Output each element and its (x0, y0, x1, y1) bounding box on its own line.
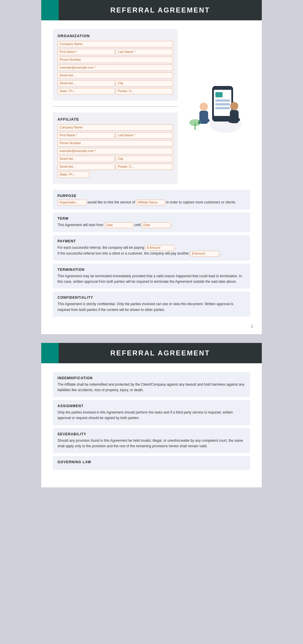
assignment-title: ASSIGNMENT (57, 404, 246, 408)
page-2-content: INDEMNIFICATION The Affiliate shall be i… (41, 363, 262, 487)
aff-street2-postal-row: Street Ad... Postal / Z... (57, 164, 173, 170)
payment-section: PAYMENT For each successful referral, th… (53, 235, 250, 261)
org-name-row: First Name * Last Name * (57, 49, 173, 55)
purpose-text-after: in order to capture more customers or cl… (166, 200, 236, 204)
page-1: REFERRAL AGREEMENT ORGANIZATION Company … (41, 0, 262, 334)
svg-rect-6 (215, 107, 230, 109)
term-text: This Agreement will start from Date unti… (57, 222, 246, 228)
purpose-text: Organizatio... would like to hire the se… (57, 200, 246, 205)
severability-text: Should any provision found in this Agree… (57, 438, 246, 449)
header-accent (41, 0, 59, 20)
affiliate-label: AFFILIATE (57, 117, 173, 121)
org-company-row: Company Name (57, 41, 173, 47)
org-company-input[interactable]: Company Name (57, 41, 173, 47)
aff-email-row: example@example.com * (57, 148, 173, 154)
payment-text3: . (220, 251, 221, 255)
governing-law-title: GOVERNING LAW (57, 460, 246, 464)
page-2-header-accent (41, 343, 59, 363)
org-street2-city-row: Street Ad... City (57, 80, 173, 87)
org-state-input[interactable]: State / Pr... (57, 88, 115, 94)
org-city-input[interactable]: City (116, 80, 173, 87)
aff-state-row: State / Pr... (57, 171, 173, 178)
svg-point-11 (230, 102, 238, 110)
aff-postal-input[interactable]: Postal / Z... (116, 164, 173, 170)
page-2-title: REFERRAL AGREEMENT (59, 343, 262, 363)
payment-title: PAYMENT (57, 239, 246, 243)
page-1-header: REFERRAL AGREEMENT (41, 0, 262, 20)
term-section: TERM This Agreement will start from Date… (53, 212, 250, 232)
aff-phone-input[interactable]: Phone Number (57, 140, 173, 146)
aff-company-input[interactable]: Company Name (57, 124, 173, 131)
aff-state-input[interactable]: State / Pr... (57, 171, 89, 178)
org-street1-row: Street Ad... (57, 72, 173, 79)
assignment-text: Only the parties involved in this Agreem… (57, 410, 246, 421)
org-state-postal-row: State / Pr... Postal / Z... (57, 88, 173, 94)
org-street1-input[interactable]: Street Ad... (57, 72, 173, 79)
term-text3: . (172, 223, 172, 227)
org-affiliate-row: ORGANIZATION Company Name First Name * L… (53, 29, 250, 184)
term-date2-input[interactable]: Date (142, 222, 171, 228)
purpose-text-middle1: would like to hire the service of (87, 200, 135, 204)
org-label: ORGANIZATION (57, 34, 173, 38)
indemnification-section: INDEMNIFICATION The Affiliate shall be i… (53, 372, 250, 397)
affiliate-section: AFFILIATE Company Name First Name * Last… (53, 112, 178, 184)
aff-street1-input[interactable]: Street Ad... (57, 156, 115, 162)
org-postal-input[interactable]: Postal / Z... (116, 88, 173, 94)
term-text1: This Agreement will start from (57, 223, 103, 227)
aff-last-name-input[interactable]: Last Name * (116, 132, 173, 139)
organization-section: ORGANIZATION Company Name First Name * L… (53, 29, 178, 101)
termination-text: This Agreement may be terminated immedia… (57, 273, 246, 285)
org-email-input[interactable]: example@example.com * (57, 65, 173, 71)
indemnification-title: INDEMNIFICATION (57, 376, 246, 380)
org-phone-input[interactable]: Phone Number (57, 57, 173, 63)
termination-title: TERMINATION (57, 268, 246, 272)
page-2: REFERRAL AGREEMENT INDEMNIFICATION The A… (41, 343, 262, 487)
aff-street1-city-row: Street Ad... City (57, 156, 173, 162)
confidentiality-section: CONFIDENTIALITY This Agreement is strict… (53, 291, 250, 316)
page-2-header: REFERRAL AGREEMENT (41, 343, 262, 363)
svg-rect-3 (215, 92, 223, 97)
aff-email-input[interactable]: example@example.com * (57, 148, 173, 154)
org-street2-input[interactable]: Street Ad... (57, 80, 115, 87)
purpose-title: PURPOSE (57, 194, 246, 198)
payment-text: For each successful referral, the compan… (57, 245, 246, 257)
term-title: TERM (57, 217, 246, 221)
severability-section: SEVERABILITY Should any provision found … (53, 428, 250, 453)
purpose-section: PURPOSE Organizatio... would like to hir… (53, 190, 250, 210)
org-last-name-input[interactable]: Last Name * (116, 49, 173, 55)
svg-rect-4 (215, 99, 230, 102)
aff-company-row: Company Name (57, 124, 173, 131)
page-1-title: REFERRAL AGREEMENT (59, 0, 262, 20)
aff-street2-input[interactable]: Street Ad... (57, 164, 115, 170)
aff-phone-row: Phone Number (57, 140, 173, 146)
org-phone-row: Phone Number (57, 57, 173, 63)
referral-illustration (188, 78, 246, 136)
org-name-inline-input[interactable]: Organizatio... (57, 200, 86, 205)
org-first-name-input[interactable]: First Name * (57, 49, 115, 55)
svg-rect-5 (215, 103, 230, 105)
svg-point-7 (200, 103, 208, 111)
payment-amount1-input[interactable]: $ Amount (145, 245, 174, 251)
termination-section: TERMINATION This Agreement may be termin… (53, 264, 250, 289)
confidentiality-text: This Agreement is strictly confidential.… (57, 301, 246, 312)
severability-title: SEVERABILITY (57, 432, 246, 436)
aff-city-input[interactable]: City (116, 156, 173, 162)
term-date1-input[interactable]: Date (104, 222, 133, 228)
term-text2: until (134, 223, 142, 227)
aff-name-row: First Name * Last Name * (57, 132, 173, 139)
illustration-area (183, 29, 250, 184)
affiliate-name-inline-input[interactable]: Affiliate Name (136, 200, 165, 205)
governing-law-section: GOVERNING LAW (53, 456, 250, 470)
payment-amount2-input[interactable]: $ Amount (190, 251, 219, 257)
org-affiliate-divider (53, 106, 178, 107)
indemnification-text: The Affiliate shall be indemnified and p… (57, 382, 246, 393)
page-1-number: 1 (251, 324, 253, 328)
confidentiality-title: CONFIDENTIALITY (57, 296, 246, 300)
assignment-section: ASSIGNMENT Only the parties involved in … (53, 400, 250, 425)
payment-text1: For each successful referral, the compan… (57, 246, 145, 250)
page-1-content: ORGANIZATION Company Name First Name * L… (41, 20, 262, 334)
org-email-row: example@example.com * (57, 65, 173, 71)
aff-first-name-input[interactable]: First Name * (57, 132, 115, 139)
